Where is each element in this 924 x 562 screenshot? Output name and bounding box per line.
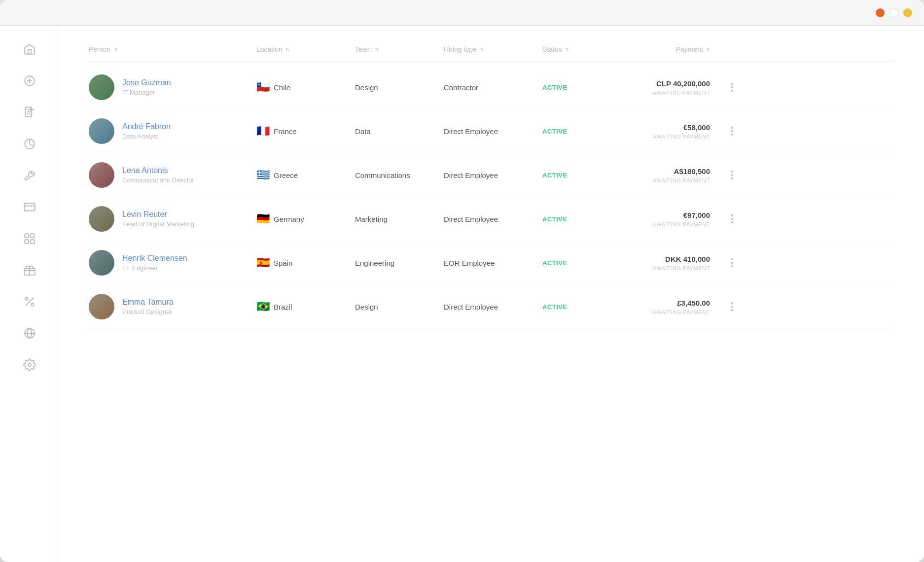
table-row: André Fabron Data Analyst 🇫🇷 France Data… <box>89 109 894 153</box>
person-info-andre-fabron: André Fabron Data Analyst <box>122 122 171 140</box>
payment-cell-emma-tamura: £3,450.00 AWAITING PAYMENT <box>611 299 720 315</box>
table-row: Henrik Clemensen FE Engineer 🇪🇸 Spain En… <box>89 241 894 285</box>
flag-lena-antonis: 🇬🇷 <box>256 169 270 181</box>
payment-cell-andre-fabron: €58,000 AWAITING PAYMENT <box>611 123 720 140</box>
person-cell-andre-fabron: André Fabron Data Analyst <box>89 118 256 144</box>
app-body: Person ▼ Location ⇅ Team ⇅ Hiring type ⇅ <box>0 26 924 562</box>
col-payment[interactable]: Payment ⇅ <box>611 45 720 53</box>
col-status[interactable]: Status ⇅ <box>542 45 611 53</box>
person-role-jose-guzman: IT Manager <box>122 89 171 96</box>
person-info-jose-guzman: Jose Guzman IT Manager <box>122 78 171 96</box>
person-sort-icon: ▼ <box>113 47 118 52</box>
menu-cell-lena-antonis <box>720 169 745 181</box>
payment-cell-jose-guzman: CLP 40,200,000 AWAITING PAYMENT <box>611 79 720 96</box>
person-name-andre-fabron[interactable]: André Fabron <box>122 122 171 131</box>
svg-rect-7 <box>25 234 29 238</box>
col-team[interactable]: Team ⇅ <box>355 45 444 53</box>
location-text-jose-guzman: Chile <box>274 83 290 92</box>
status-cell-lena-antonis: ACTIVE <box>542 172 611 179</box>
col-location[interactable]: Location ⇅ <box>256 45 355 53</box>
flag-levin-reuter: 🇩🇪 <box>256 212 270 225</box>
svg-rect-5 <box>24 203 35 211</box>
col-person[interactable]: Person ▼ <box>89 45 256 53</box>
avatar-henrik-clemensen <box>89 250 114 276</box>
home-icon[interactable] <box>21 40 38 58</box>
payment-cell-levin-reuter: €97,000 AWAITING PAYMENT <box>611 211 720 227</box>
team-cell-levin-reuter: Marketing <box>355 215 444 223</box>
payment-status-lena-antonis: AWAITING PAYMENT <box>611 177 710 183</box>
person-info-lena-antonis: Lena Antonis Communications Director <box>122 166 194 184</box>
hiring-cell-henrik-clemensen: EOR Employee <box>444 259 542 267</box>
svg-point-13 <box>25 297 28 300</box>
menu-cell-jose-guzman <box>720 81 745 94</box>
add-icon[interactable] <box>21 72 38 90</box>
payment-amount-jose-guzman: CLP 40,200,000 <box>611 79 710 88</box>
location-sort-icon: ⇅ <box>285 47 289 52</box>
payment-amount-lena-antonis: A$180,500 <box>611 167 710 176</box>
employees-table: Person ▼ Location ⇅ Team ⇅ Hiring type ⇅ <box>89 45 894 329</box>
hiring-cell-jose-guzman: Contractor <box>444 83 542 92</box>
globe-icon[interactable] <box>21 324 38 342</box>
row-menu-lena-antonis[interactable] <box>729 169 735 181</box>
payment-status-henrik-clemensen: AWAITING PAYMENT <box>611 265 710 271</box>
card-icon[interactable] <box>21 198 38 216</box>
flag-andre-fabron: 🇫🇷 <box>256 125 270 138</box>
payment-amount-levin-reuter: €97,000 <box>611 211 710 219</box>
col-hiring-type[interactable]: Hiring type ⇅ <box>444 45 542 53</box>
person-role-lena-antonis: Communications Director <box>122 176 194 184</box>
avatar-lena-antonis <box>89 162 114 188</box>
status-cell-levin-reuter: ACTIVE <box>542 215 611 223</box>
minimize-button[interactable] <box>889 8 898 17</box>
gift-icon[interactable] <box>21 261 38 279</box>
percent-icon[interactable] <box>21 293 38 311</box>
payment-cell-henrik-clemensen: DKK 410,000 AWAITING PAYMENT <box>611 255 720 271</box>
menu-cell-andre-fabron <box>720 125 745 138</box>
menu-cell-levin-reuter <box>720 212 745 225</box>
tool-icon[interactable] <box>21 167 38 184</box>
location-cell-emma-tamura: 🇧🇷 Brazil <box>256 300 355 313</box>
person-name-lena-antonis[interactable]: Lena Antonis <box>122 166 194 175</box>
flag-emma-tamura: 🇧🇷 <box>256 300 270 313</box>
row-menu-emma-tamura[interactable] <box>729 300 735 313</box>
person-name-jose-guzman[interactable]: Jose Guzman <box>122 78 171 87</box>
sidebar <box>0 26 59 562</box>
flag-jose-guzman: 🇨🇱 <box>256 81 270 94</box>
payment-amount-andre-fabron: €58,000 <box>611 123 710 132</box>
person-name-henrik-clemensen[interactable]: Henrik Clemensen <box>122 254 187 263</box>
row-menu-andre-fabron[interactable] <box>729 125 735 138</box>
svg-rect-9 <box>25 240 29 244</box>
avatar-levin-reuter <box>89 206 114 232</box>
document-icon[interactable] <box>21 104 38 121</box>
person-name-levin-reuter[interactable]: Levin Reuter <box>122 210 194 219</box>
person-role-emma-tamura: Product Designer <box>122 308 174 316</box>
table-header: Person ▼ Location ⇅ Team ⇅ Hiring type ⇅ <box>89 45 894 62</box>
row-menu-levin-reuter[interactable] <box>729 212 735 225</box>
app-window: Person ▼ Location ⇅ Team ⇅ Hiring type ⇅ <box>0 0 924 562</box>
avatar-andre-fabron <box>89 118 114 144</box>
settings-icon[interactable] <box>21 356 38 374</box>
svg-point-16 <box>28 363 31 367</box>
payment-cell-lena-antonis: A$180,500 AWAITING PAYMENT <box>611 167 720 183</box>
menu-cell-henrik-clemensen <box>720 256 745 269</box>
location-cell-henrik-clemensen: 🇪🇸 Spain <box>256 256 355 269</box>
payment-amount-emma-tamura: £3,450.00 <box>611 299 710 307</box>
person-info-emma-tamura: Emma Tamura Product Designer <box>122 298 174 316</box>
person-cell-jose-guzman: Jose Guzman IT Manager <box>89 74 256 100</box>
person-name-emma-tamura[interactable]: Emma Tamura <box>122 298 174 307</box>
table-row: Jose Guzman IT Manager 🇨🇱 Chile Design C… <box>89 66 894 109</box>
hiring-cell-lena-antonis: Direct Employee <box>444 171 542 179</box>
row-menu-jose-guzman[interactable] <box>729 81 735 94</box>
team-cell-henrik-clemensen: Engineering <box>355 259 444 267</box>
maximize-button[interactable] <box>903 8 912 17</box>
grid-icon[interactable] <box>21 230 38 247</box>
status-cell-henrik-clemensen: ACTIVE <box>542 259 611 267</box>
chart-icon[interactable] <box>21 135 38 153</box>
location-text-emma-tamura: Brazil <box>274 303 292 311</box>
svg-line-12 <box>26 298 33 305</box>
team-cell-andre-fabron: Data <box>355 127 444 136</box>
close-button[interactable] <box>876 8 885 17</box>
payment-status-levin-reuter: AWAITING PAYMENT <box>611 221 710 227</box>
person-cell-henrik-clemensen: Henrik Clemensen FE Engineer <box>89 250 256 276</box>
row-menu-henrik-clemensen[interactable] <box>729 256 735 269</box>
hiring-cell-levin-reuter: Direct Employee <box>444 215 542 223</box>
